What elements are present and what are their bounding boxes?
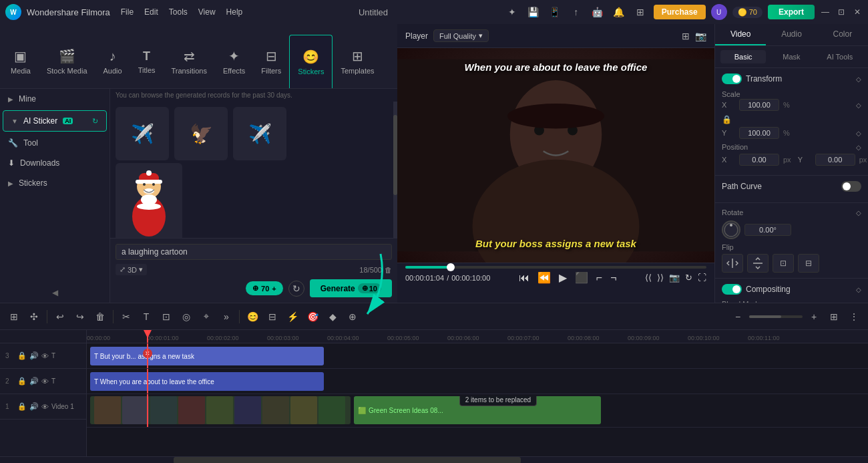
tab-filters[interactable]: ⊟ Filters [253,35,289,88]
export-button[interactable]: Export [768,5,815,19]
apps-icon[interactable]: ⊞ [632,4,648,20]
prev-clip-button[interactable]: ⟨⟨ [645,273,652,283]
track-2-audio-icon[interactable]: 🔊 [29,377,39,385]
skip-back-button[interactable]: ⏮ [519,272,529,284]
transform-toggle[interactable] [722,73,742,84]
speed-button[interactable]: ⚡ [284,308,301,325]
devices-icon[interactable]: 📱 [547,4,563,20]
save-icon[interactable]: 💾 [525,4,541,20]
share-icon[interactable]: ↑ [568,4,584,20]
motion-button[interactable]: ⌖ [198,308,215,325]
scale-y-input[interactable] [739,127,779,139]
refresh-icon[interactable]: ↻ [92,117,98,126]
grid-icon[interactable]: ⊞ [682,31,690,41]
tab-titles[interactable]: T Titles [130,35,164,88]
minimize-button[interactable]: — [820,7,831,17]
position-keyframe[interactable]: ◇ [856,144,861,151]
generate-button[interactable]: Generate ⊕ 10 [310,279,392,297]
scale-y-keyframe[interactable]: ◇ [856,130,861,137]
user-avatar[interactable]: U [711,4,727,20]
style-tag[interactable]: ⤢ 3D ▾ [116,264,147,275]
link-icon[interactable]: 🔒 [722,115,732,124]
keyframe-button[interactable]: ◆ [324,308,341,325]
track-3-lock-icon[interactable]: 🔒 [17,351,27,360]
redo-button[interactable]: ↪ [71,308,89,325]
flip-v-button[interactable] [747,254,769,273]
menu-tools[interactable]: Tools [169,7,188,17]
more-options-button[interactable]: ⋮ [845,308,863,325]
mark-out-button[interactable]: ¬ [610,272,616,284]
sticker-item[interactable]: ✈️ [116,107,169,160]
track-3-audio-icon[interactable]: 🔊 [29,351,39,360]
fullscreen-button[interactable]: ⛶ [698,273,706,283]
tab-effects[interactable]: ✦ Effects [215,35,253,88]
ai-cut-button[interactable]: 🎯 [304,308,321,325]
menu-edit[interactable]: Edit [144,7,158,17]
tab-audio[interactable]: Audio [766,24,817,45]
tab-audio[interactable]: ♪ Audio [95,35,130,88]
tab-media[interactable]: ▣ Media [3,35,39,88]
clip-track1-green[interactable]: 🟩 Green Screen Ideas 08... 2 items to be… [354,396,601,424]
track-1-audio-icon[interactable]: 🔊 [29,402,39,411]
tab-stickers[interactable]: 😊 Stickers [289,35,333,88]
track-2-lock-icon[interactable]: 🔒 [17,377,27,385]
menu-view[interactable]: View [198,7,216,17]
rotate-dial[interactable] [722,220,740,239]
sidebar-item-tool[interactable]: 🔧 Tool [0,133,110,153]
text-button[interactable]: T [138,308,155,325]
more-button[interactable]: » [218,308,235,325]
magnet-button[interactable]: ✣ [25,308,43,325]
sidebar-item-stickers[interactable]: ▶ Stickers [0,173,110,193]
pos-y-input[interactable] [815,154,855,166]
undo-button[interactable]: ↩ [51,308,69,325]
path-curve-toggle[interactable] [841,181,861,192]
tab-stock-media[interactable]: 🎬 Stock Media [39,35,95,88]
track-3-eye-icon[interactable]: 👁 [41,352,49,360]
flip-h-button[interactable] [722,254,743,273]
layout-button[interactable]: ⊞ [825,308,843,325]
notification-icon[interactable]: 🔔 [611,4,627,20]
minus-zoom-button[interactable]: − [729,308,746,325]
regenerate-button[interactable]: ↻ [288,281,304,297]
tab-transitions[interactable]: ⇄ Transitions [164,35,215,88]
tab-video[interactable]: Video [715,24,766,45]
transform-keyframe-icon[interactable]: ◇ [856,75,861,83]
scale-x-keyframe[interactable]: ◇ [856,102,861,109]
mark-in-button[interactable]: ⌐ [596,272,602,284]
zoom-track[interactable] [749,315,803,318]
slider-track[interactable] [405,266,706,269]
sidebar-item-mine[interactable]: ▶ Mine [0,89,110,109]
plus-zoom-button[interactable]: + [805,308,823,325]
compositing-toggle[interactable] [722,284,742,295]
track-1-lock-icon[interactable]: 🔒 [17,402,27,411]
subtab-ai-tools[interactable]: AI Tools [817,50,863,63]
menu-file[interactable]: File [121,7,134,17]
tab-color[interactable]: Color [817,24,868,45]
sticker-item[interactable]: 🦅 [174,107,228,160]
maximize-button[interactable]: ⊡ [836,7,847,17]
group-button[interactable]: ◎ [178,308,195,325]
track-2-eye-icon[interactable]: 👁 [41,377,49,385]
purchase-button[interactable]: Purchase [654,5,706,19]
clip-track3[interactable]: T But your b... assigns a new task [90,347,324,365]
sidebar-item-downloads[interactable]: ⬇ Downloads [0,153,110,173]
clip-track2[interactable]: T When you are about to leave the office [90,372,324,391]
snapshot-icon[interactable]: 📷 [695,31,706,41]
split-screen-button[interactable]: ⊟ [264,308,281,325]
stop-button[interactable]: ⬛ [575,271,588,284]
ai-icon[interactable]: 🤖 [590,4,606,20]
clear-icon[interactable]: 🗑 [385,266,392,274]
close-button[interactable]: ✕ [852,7,863,17]
subtab-mask[interactable]: Mask [769,50,814,63]
credit-button[interactable]: ⊕ 70 + [246,281,283,295]
rotate-keyframe[interactable]: ◇ [856,209,861,216]
tab-templates[interactable]: ⊞ Templates [333,35,382,88]
next-clip-button[interactable]: ⟩⟩ [657,273,664,283]
sidebar-item-ai-sticker[interactable]: ▼ AI Sticker AI ↻ [3,110,107,132]
sticker-item[interactable]: ✈️ [233,107,286,160]
delete-button[interactable]: 🗑 [91,308,109,325]
magic-icon[interactable]: ✦ [504,4,520,20]
quality-select[interactable]: Full Quality ▾ [433,29,489,42]
frame-back-button[interactable]: ⏪ [537,271,551,284]
cut-button[interactable]: ✂ [118,308,135,325]
